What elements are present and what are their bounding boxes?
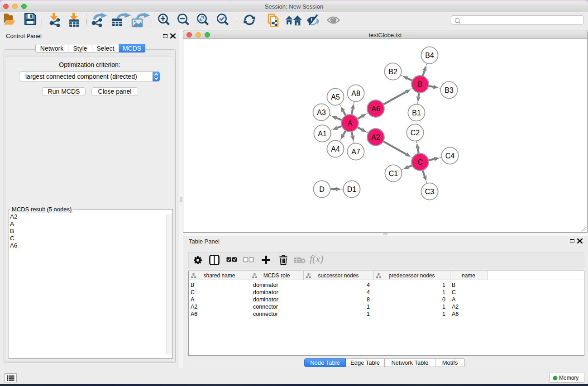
svg-text:A8: A8 [351,90,360,97]
svg-text:C4: C4 [445,152,455,160]
svg-text:A2: A2 [371,133,380,141]
svg-text:A6: A6 [371,105,380,113]
svg-text:A7: A7 [351,148,360,156]
svg-text:A4: A4 [331,145,340,153]
svg-text:C2: C2 [411,129,420,137]
svg-text:A5: A5 [331,93,340,101]
svg-text:B: B [418,81,423,88]
svg-text:B4: B4 [425,52,434,59]
svg-text:A: A [348,119,353,127]
svg-text:C: C [417,158,423,166]
svg-text:D: D [319,186,325,193]
svg-text:A3: A3 [317,109,326,116]
svg-text:D1: D1 [347,186,357,193]
svg-text:A1: A1 [318,130,327,138]
svg-text:C3: C3 [425,188,435,195]
svg-text:B2: B2 [388,68,397,76]
svg-text:C1: C1 [389,170,398,177]
svg-text:B1: B1 [412,109,421,117]
svg-text:B3: B3 [445,86,454,94]
